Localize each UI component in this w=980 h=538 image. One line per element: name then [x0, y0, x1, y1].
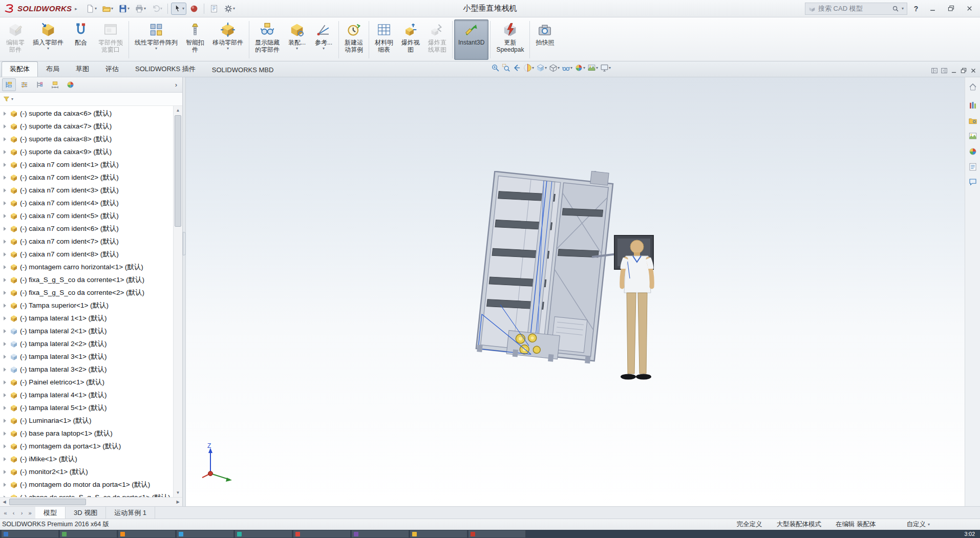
dropdown-arrow-icon[interactable]: ▾: [111, 7, 113, 11]
taskbar-item-5[interactable]: [293, 530, 351, 537]
search-icon[interactable]: [892, 5, 899, 12]
graphics-area[interactable]: Z: [186, 77, 980, 506]
expand-arrow-icon[interactable]: [3, 137, 8, 142]
zoom-area-button[interactable]: [501, 62, 511, 73]
expand-arrow-icon[interactable]: [3, 162, 8, 167]
design-library-button[interactable]: [968, 101, 977, 110]
scroll-right-icon[interactable]: ▶: [174, 498, 182, 506]
taskbar-item-4[interactable]: [235, 530, 292, 537]
restore-button[interactable]: [943, 3, 958, 15]
rebuild-button[interactable]: [187, 3, 201, 15]
tree-item[interactable]: (-) fixa_S_g_S_co da corrente<1> (默认): [0, 273, 173, 286]
taskbar-item-7[interactable]: [410, 530, 467, 537]
tree-item[interactable]: (-) tampa lateral 2<2> (默认): [0, 337, 173, 350]
scroll-left-icon[interactable]: ◀: [0, 498, 9, 506]
tree-item[interactable]: (-) caixa n7 com ident<7> (默认): [0, 235, 173, 248]
taskbar-item-3[interactable]: [177, 530, 234, 537]
scroll-thumb[interactable]: [175, 115, 181, 227]
tab-mbd[interactable]: SOLIDWORKS MBD: [204, 63, 282, 77]
tree-item[interactable]: (-) montagem da porta<1> (默认): [0, 440, 173, 453]
expand-arrow-icon[interactable]: [3, 239, 8, 244]
window-minimize-button[interactable]: [950, 66, 958, 75]
tree-item[interactable]: (-) fixa_S_g_S_co da corrente<2> (默认): [0, 286, 173, 299]
new-file-button[interactable]: ▾: [83, 3, 99, 15]
expand-arrow-icon[interactable]: [3, 252, 8, 257]
appearances-button[interactable]: [968, 147, 977, 156]
menu-expand-icon[interactable]: ▸: [75, 6, 77, 11]
tab-nav-0[interactable]: «: [2, 510, 9, 516]
smart-fasteners-button[interactable]: 智能扣 件: [182, 19, 208, 60]
tree-item[interactable]: (-) tampa lateral 2<1> (默认): [0, 325, 173, 337]
assembly-features-button[interactable]: 装配...▾: [284, 19, 310, 60]
component-preview-window-button[interactable]: 零部件预 览窗口: [94, 19, 127, 60]
tree-item[interactable]: (-) montagem carro horizontal<1> (默认): [0, 261, 173, 273]
tree-item[interactable]: (-) caixa n7 com ident<8> (默认): [0, 248, 173, 261]
tree-item[interactable]: (-) caixa n7 com ident<2> (默认): [0, 171, 173, 184]
move-component-button[interactable]: 移动零部件▾: [208, 19, 247, 60]
expand-arrow-icon[interactable]: [3, 149, 8, 155]
dropdown-arrow-icon[interactable]: ▾: [144, 7, 146, 11]
filter-dropdown-icon[interactable]: ▾: [11, 97, 13, 101]
expand-arrow-icon[interactable]: [3, 329, 8, 334]
expand-arrow-icon[interactable]: [3, 188, 8, 193]
expand-arrow-icon[interactable]: [3, 316, 8, 321]
bill-of-materials-button[interactable]: 材料明 细表: [371, 19, 397, 60]
tree-item[interactable]: (-) tampa lateral 3<1> (默认): [0, 350, 173, 363]
explode-line-sketch-button[interactable]: 爆炸直 线草图: [424, 19, 451, 60]
tree-item[interactable]: (-) caixa n7 com ident<1> (默认): [0, 158, 173, 171]
expand-arrow-icon[interactable]: [3, 367, 8, 372]
expand-arrow-icon[interactable]: [3, 495, 8, 498]
dropdown-arrow-icon[interactable]: ▾: [545, 66, 547, 70]
expand-arrow-icon[interactable]: [3, 226, 8, 231]
expand-arrow-icon[interactable]: [3, 354, 8, 359]
expand-arrow-icon[interactable]: [3, 457, 8, 462]
tab-nav-2[interactable]: ›: [18, 510, 26, 516]
tree-item[interactable]: (-) Luminaria<1> (默认): [0, 414, 173, 427]
display-style-button[interactable]: ▾: [548, 62, 560, 73]
view-settings-button[interactable]: ▾: [600, 62, 611, 73]
tab-layout[interactable]: 布局: [38, 61, 68, 77]
tree-item[interactable]: (-) caixa n7 com ident<6> (默认): [0, 222, 173, 235]
panel-tab-propertymanager[interactable]: [17, 78, 31, 91]
expand-arrow-icon[interactable]: [3, 341, 8, 347]
expand-arrow-icon[interactable]: [3, 265, 8, 270]
tree-item[interactable]: (-) tampa lateral 3<2> (默认): [0, 363, 173, 376]
edit-component-button[interactable]: 编辑零 部件: [2, 19, 29, 60]
tab-sketch[interactable]: 草图: [68, 61, 97, 77]
search-dropdown-icon[interactable]: ▾: [902, 7, 904, 11]
update-speedpak-button[interactable]: 更新 Speedpak: [492, 19, 528, 60]
panel-tab-dimxpertmanager[interactable]: [48, 78, 62, 91]
options-button[interactable]: ▾: [222, 3, 237, 15]
dropdown-arrow-icon[interactable]: ▾: [47, 47, 49, 51]
expand-arrow-icon[interactable]: [3, 175, 8, 180]
scroll-down-icon[interactable]: ▼: [174, 488, 182, 497]
insert-component-button[interactable]: 插入零部件▾: [29, 19, 68, 60]
help-button[interactable]: ?: [910, 5, 922, 13]
tab-nav-3[interactable]: »: [26, 510, 34, 516]
hide-show-items-button[interactable]: ▾: [561, 62, 573, 73]
scroll-thumb-horizontal[interactable]: [9, 499, 86, 505]
expand-arrow-icon[interactable]: [3, 405, 8, 411]
scroll-up-icon[interactable]: ▲: [174, 106, 182, 115]
taskbar-item-0[interactable]: [2, 530, 59, 537]
previous-view-button[interactable]: [512, 62, 522, 73]
tree-item[interactable]: (-) suporte da caixa<6> (默认): [0, 107, 173, 120]
expand-arrow-icon[interactable]: [3, 431, 8, 436]
dropdown-arrow-icon[interactable]: ▾: [558, 66, 560, 70]
expand-arrow-icon[interactable]: [3, 277, 8, 283]
undo-button[interactable]: ▾: [149, 3, 164, 15]
tree-item[interactable]: (-) suporte da caixa<9> (默认): [0, 145, 173, 158]
select-button[interactable]: ▾: [171, 3, 186, 15]
tree-item[interactable]: (-) Tampa superior<1> (默认): [0, 299, 173, 312]
taskbar-item-6[interactable]: [352, 530, 409, 537]
linear-component-pattern-button[interactable]: 线性零部件阵列▾: [131, 19, 182, 60]
window-close-button[interactable]: [969, 66, 977, 75]
taskbar-item-8[interactable]: [468, 530, 526, 537]
close-button[interactable]: [962, 3, 977, 15]
dropdown-arrow-icon[interactable]: ▾: [182, 7, 184, 11]
tree-item[interactable]: (-) chapa de prote_S_q_S_co da porta<1> …: [0, 491, 173, 497]
open-file-button[interactable]: ▾: [100, 3, 115, 15]
dropdown-arrow-icon[interactable]: ▾: [95, 7, 97, 11]
mate-button[interactable]: 配合: [68, 19, 94, 60]
take-snapshot-button[interactable]: 拍快照: [531, 19, 558, 60]
